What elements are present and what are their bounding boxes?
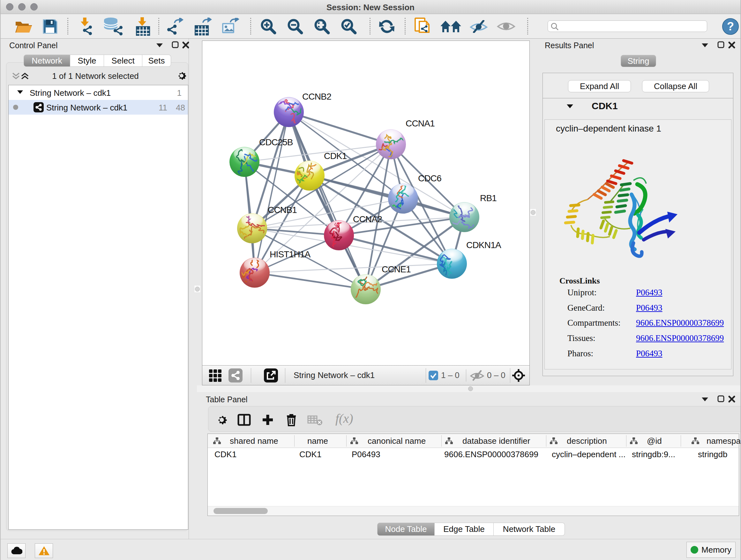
svg-text:CCNB2: CCNB2 (302, 91, 331, 102)
svg-text:CCNA1: CCNA1 (406, 118, 434, 128)
svg-text:HIST1H1A: HIST1H1A (270, 249, 311, 259)
svg-text:RB1: RB1 (480, 193, 496, 203)
svg-text:CCNE1: CCNE1 (382, 264, 411, 274)
svg-text:CCNA2: CCNA2 (353, 214, 382, 224)
svg-text:CDK1: CDK1 (324, 151, 347, 161)
svg-text:CDC25B: CDC25B (259, 137, 293, 147)
svg-text:CDKN1A: CDKN1A (466, 240, 501, 250)
svg-text:?: ? (727, 20, 734, 33)
svg-text:CDC6: CDC6 (418, 173, 441, 183)
svg-text:CCNB1: CCNB1 (268, 205, 297, 215)
